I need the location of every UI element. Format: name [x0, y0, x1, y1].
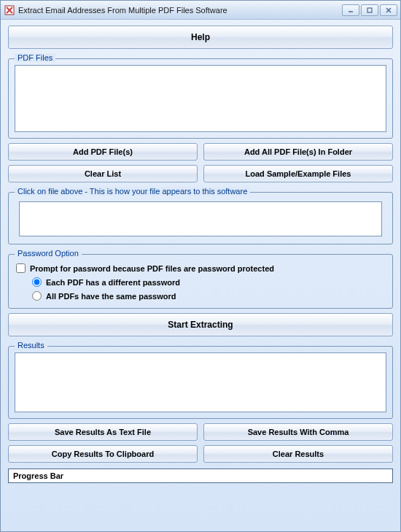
clear-results-button[interactable]: Clear Results [203, 445, 393, 463]
content-area: Help PDF Files Add PDF File(s) Add All P… [1, 20, 400, 531]
results-legend: Results [15, 341, 47, 350]
help-button[interactable]: Help [8, 26, 393, 49]
pdf-files-legend: PDF Files [15, 53, 55, 62]
results-list[interactable] [15, 352, 386, 412]
prompt-password-row: Prompt for password because PDF files ar… [16, 263, 385, 273]
results-buttons-row2: Copy Results To Clipboard Clear Results [8, 445, 393, 463]
titlebar: Extract Email Addresses From Multiple PD… [1, 1, 400, 20]
maximize-button[interactable] [361, 4, 378, 16]
minimize-button[interactable] [342, 4, 359, 16]
each-password-radio[interactable] [32, 277, 42, 287]
password-group: Password Option Prompt for password beca… [8, 254, 393, 309]
same-password-row: All PDFs have the same password [32, 291, 385, 301]
results-buttons-row1: Save Results As Text File Save Results W… [8, 423, 393, 441]
clear-list-button[interactable]: Clear List [8, 165, 198, 182]
window-title: Extract Email Addresses From Multiple PD… [18, 6, 342, 15]
window-controls [342, 4, 397, 16]
each-password-row: Each PDF has a different password [32, 277, 385, 287]
file-buttons-row1: Add PDF File(s) Add All PDF File(s) In F… [8, 143, 393, 161]
add-folder-button[interactable]: Add All PDF File(s) In Folder [203, 143, 393, 161]
load-sample-button[interactable]: Load Sample/Example Files [203, 165, 393, 182]
add-pdf-button[interactable]: Add PDF File(s) [8, 143, 198, 161]
each-password-label[interactable]: Each PDF has a different password [46, 278, 180, 287]
start-extracting-button[interactable]: Start Extracting [8, 313, 393, 336]
preview-legend: Click on file above - This is how your f… [15, 187, 250, 196]
app-window: Extract Email Addresses From Multiple PD… [0, 0, 401, 532]
pdf-files-group: PDF Files [8, 58, 393, 139]
pdf-files-list[interactable] [15, 65, 386, 132]
prompt-password-label[interactable]: Prompt for password because PDF files ar… [30, 264, 274, 273]
same-password-label[interactable]: All PDFs have the same password [46, 292, 176, 301]
copy-clipboard-button[interactable]: Copy Results To Clipboard [8, 445, 198, 463]
preview-box[interactable] [19, 201, 382, 236]
app-icon [4, 4, 15, 16]
save-text-button[interactable]: Save Results As Text File [8, 423, 198, 441]
progress-bar: Progress Bar [8, 469, 393, 483]
results-group: Results [8, 346, 393, 419]
preview-group: Click on file above - This is how your f… [8, 192, 393, 244]
close-button[interactable] [380, 4, 397, 16]
same-password-radio[interactable] [32, 291, 42, 301]
progress-label: Progress Bar [13, 471, 63, 480]
password-legend: Password Option [15, 249, 82, 258]
save-comma-button[interactable]: Save Results With Comma [203, 423, 393, 441]
prompt-password-checkbox[interactable] [16, 263, 26, 273]
svg-rect-2 [367, 8, 372, 12]
file-buttons-row2: Clear List Load Sample/Example Files [8, 165, 393, 182]
